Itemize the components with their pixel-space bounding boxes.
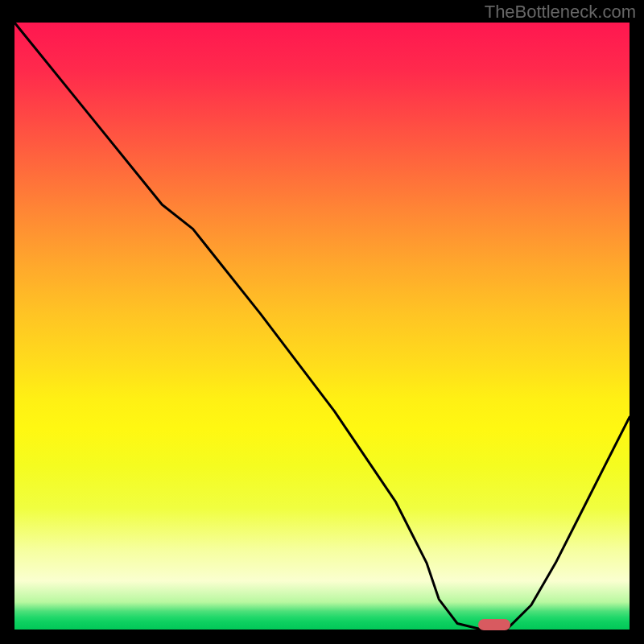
- curve-svg: [14, 23, 630, 630]
- chart-container: TheBottleneck.com: [0, 0, 644, 644]
- optimal-marker: [478, 619, 510, 630]
- watermark-text: TheBottleneck.com: [485, 2, 636, 23]
- bottleneck-curve: [14, 23, 630, 630]
- plot-area: [14, 23, 630, 630]
